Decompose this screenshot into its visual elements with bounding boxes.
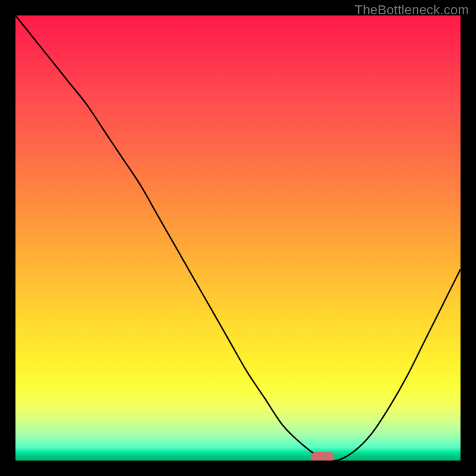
optimal-point-marker bbox=[311, 452, 334, 461]
chart-stage: TheBottleneck.com bbox=[0, 0, 476, 476]
plot-area bbox=[15, 15, 461, 461]
bottleneck-curve bbox=[15, 15, 461, 461]
curve-path bbox=[15, 15, 461, 461]
